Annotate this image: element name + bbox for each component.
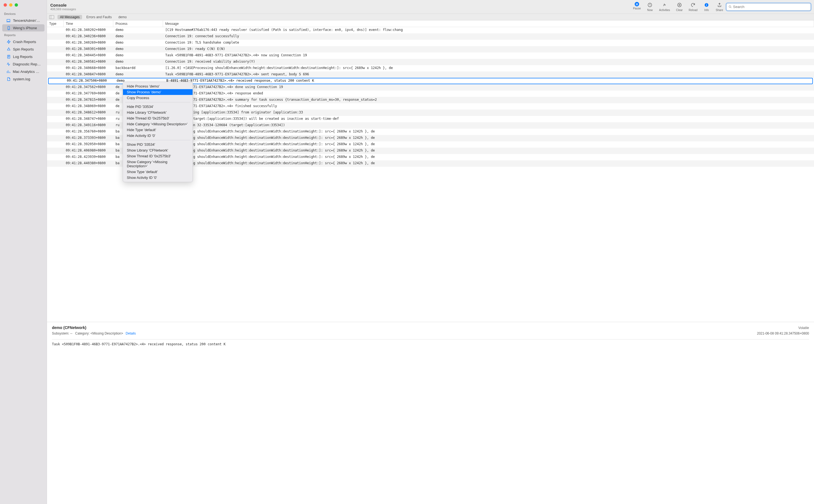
table-row[interactable]: 09:41:28.340236+0800demoConnection 19: c… [47,33,814,40]
context-menu-item[interactable]: Hide Activity ID '0' [123,133,192,139]
row-time: 09:41:28.440380+0800 [63,160,113,167]
context-menu-item[interactable]: Show Category '<Missing Description>' [123,159,192,169]
fullscreen-window-button[interactable] [15,3,18,7]
minimize-window-button[interactable] [9,3,12,7]
analytics-icon [6,70,10,74]
row-time: 09:41:28.348747+0800 [63,116,113,122]
row-time: 09:41:28.406980+0800 [63,148,113,154]
row-message: iring assertion 32-33534-120684 (target:… [163,122,814,129]
context-menu-item[interactable]: Hide Library 'CFNetwork' [123,110,192,115]
row-time: 09:41:28.340269+0800 [63,40,113,46]
column-header-type[interactable]: Type [47,20,63,27]
row-time: 09:41:28.356760+0800 [63,129,113,135]
svg-point-2 [9,29,9,29]
sidebar-device-wengs-iphone[interactable]: Weng's iPhone [2,24,44,31]
file-icon [6,77,11,81]
table-row[interactable]: 09:41:28.340581+0800demoConnection 19: r… [47,59,814,65]
table-row[interactable]: 09:41:28.340847+0800demoTask <509B1F0B-4… [47,71,814,78]
row-time: 09:41:28.340301+0800 [63,46,113,52]
row-time: 09:41:28.340236+0800 [63,33,113,40]
activities-button[interactable]: Activities [659,2,670,12]
table-row[interactable]: 09:41:28.340301+0800demoConnection 19: r… [47,46,814,52]
sidebar-item-label: Log Reports [13,55,33,59]
row-time: 09:41:28.348612+0800 [63,110,113,116]
detail-timestamp: 2021-06-08 09:41:28.347506+0800 [757,331,809,335]
toolbar: Console 408,569 messages Pause Now Activ… [47,0,814,14]
main-pane: Console 408,569 messages Pause Now Activ… [47,0,814,504]
row-process: demo [113,27,163,33]
now-button[interactable]: Now [647,2,653,12]
row-message: +[ASEProcessing shouldEnhanceWidth:heigh… [163,141,814,148]
share-button[interactable]: Share [716,2,723,12]
sidebar-item-label: Mac Analytics Data [13,70,42,74]
row-time: 09:41:28.340445+0800 [63,52,113,59]
search-field[interactable] [726,3,811,10]
detail-body[interactable]: Task <509B1F0B-4891-46B3-9771-E971AA7427… [52,342,809,346]
sidebar-item-diagnostic-reports[interactable]: Diagnostic Reports [2,60,44,68]
svg-rect-0 [7,19,10,22]
share-icon [717,2,723,8]
context-menu-separator [125,102,190,102]
context-menu-item[interactable]: Show Activity ID '0' [123,175,192,181]
column-header-process[interactable]: Process [113,20,163,27]
row-message: +[ASEProcessing shouldEnhanceWidth:heigh… [163,135,814,141]
row-time: 09:41:28.347562+0800 [63,84,113,91]
context-menu-item[interactable]: Hide Thread ID '0x2575b3' [123,115,192,121]
row-time: 09:41:28.340847+0800 [63,71,113,78]
row-time: 09:41:28.347506+0800 [65,78,114,84]
row-message: +[ASEProcessing shouldEnhanceWidth:heigh… [163,129,814,135]
reload-button[interactable]: Reload [689,2,698,12]
sidebar-item-system-log[interactable]: system.log [2,75,44,83]
sidebar-device-tencentadmin[interactable]: TencentAdmin's… [2,17,44,24]
context-menu-item[interactable]: Show Type 'default' [123,169,192,175]
context-menu-item[interactable]: Hide Type 'default' [123,127,192,133]
phone-icon [6,26,11,30]
table-row[interactable]: 09:41:28.340269+0800demoConnection 19: T… [47,40,814,46]
context-menu-item[interactable]: Show Thread ID '0x2575b3' [123,153,192,159]
table-row[interactable]: 09:41:28.340668+0800backboardd [1.26.0] … [47,65,814,71]
detail-title: demo (CFNetwork) [52,325,86,330]
info-button[interactable]: Info [704,2,710,12]
window-controls [0,2,47,10]
sidebar-toggle-button[interactable] [49,15,54,19]
svg-rect-8 [707,5,707,6]
table-headers: Type Time Process Message [47,20,814,27]
row-message: 33534-120684 (target:[application:33534]… [163,116,814,122]
row-process: demo [113,40,163,46]
detail-volatile: Volatile [798,326,809,330]
row-time: 09:41:28.349116+0800 [63,122,113,129]
row-time: 09:41:28.340202+0800 [63,27,113,33]
sidebar-item-label: Crash Reports [13,40,36,44]
search-icon [728,5,732,9]
crash-icon [6,40,11,44]
reload-icon [690,2,696,8]
sidebar-item-mac-analytics[interactable]: Mac Analytics Data [2,68,44,75]
filter-tag-demo[interactable]: demo [116,15,129,19]
row-message: Task <509B1F0B-4891-46B3-9771-E971AA7427… [163,71,814,78]
filter-all-messages[interactable]: All Messages [57,15,82,19]
context-menu-item[interactable]: Copy Process [123,95,192,101]
close-window-button[interactable] [4,3,7,7]
context-menu-item[interactable]: Show PID '33534' [123,142,192,147]
context-menu[interactable]: Hide Process 'demo'Show Process 'demo'Co… [123,82,193,182]
context-menu-item[interactable]: Show Library 'CFNetwork' [123,147,192,153]
sidebar-item-crash-reports[interactable]: Crash Reports [2,38,44,45]
search-input[interactable] [733,5,809,9]
sidebar-item-log-reports[interactable]: Log Reports [2,53,44,60]
column-header-message[interactable]: Message [163,20,814,27]
filter-errors-faults[interactable]: Errors and Faults [84,15,114,19]
detail-details-link[interactable]: Details [126,331,136,335]
pause-button[interactable]: Pause [633,2,641,10]
table-row[interactable]: 09:41:28.340445+0800demoTask <509B1F0B-4… [47,52,814,59]
sidebar-item-spin-reports[interactable]: Spin Reports [2,46,44,53]
clear-button[interactable]: Clear [676,2,683,12]
column-header-time[interactable]: Time [63,20,113,27]
laptop-icon [6,18,11,23]
context-menu-item[interactable]: Hide PID '33534' [123,104,192,110]
context-menu-item[interactable]: Show Process 'demo' [123,89,192,95]
row-time: 09:41:28.340581+0800 [63,59,113,65]
context-menu-item[interactable]: Hide Process 'demo' [123,83,192,89]
row-message: +[ASEProcessing shouldEnhanceWidth:heigh… [163,154,814,160]
table-row[interactable]: 09:41:28.340202+0800demo[C19 Hostname#37… [47,27,814,33]
context-menu-item[interactable]: Hide Category '<Missing Description>' [123,121,192,127]
